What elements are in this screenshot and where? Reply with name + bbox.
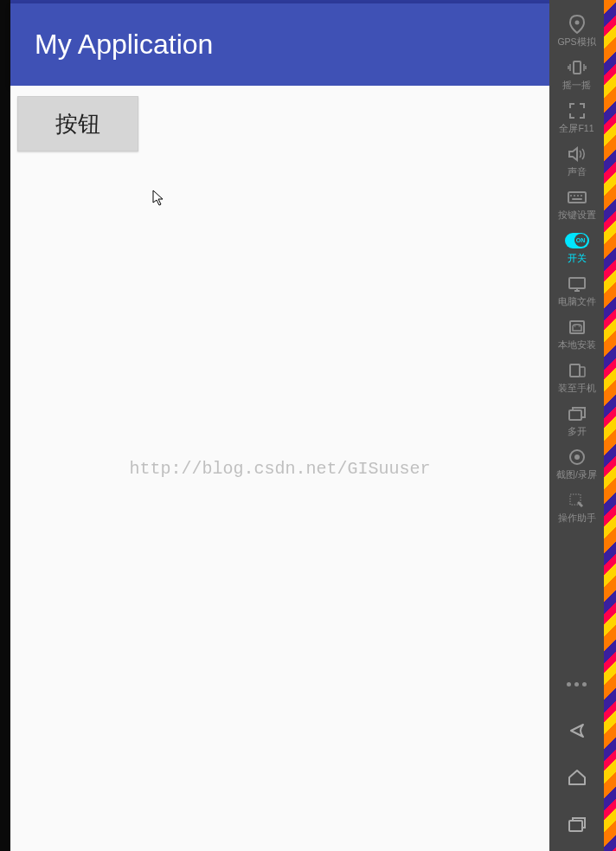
- sidebar-item-label: 多开: [568, 426, 587, 438]
- sidebar-item-tophone[interactable]: 装至手机: [549, 353, 604, 396]
- app-bar: My Application: [10, 3, 549, 86]
- emulator-sidebar: GPS模拟 摇一摇 全屏F11 声音 按键设置 开关 电脑文件: [549, 0, 604, 851]
- sound-icon: [565, 144, 589, 164]
- sidebar-item-pcfile[interactable]: 电脑文件: [549, 267, 604, 310]
- android-recent-button[interactable]: [549, 801, 604, 848]
- sidebar-item-label: 操作助手: [558, 513, 596, 525]
- sidebar-item-label: 装至手机: [558, 383, 596, 395]
- sidebar-item-label: 本地安装: [558, 339, 596, 351]
- sidebar-item-shake[interactable]: 摇一摇: [549, 50, 604, 93]
- emulator-screen: My Application 按钮 http://blog.csdn.net/G…: [10, 0, 549, 851]
- svg-rect-2: [568, 192, 586, 203]
- mouse-cursor-icon: [152, 190, 164, 207]
- sidebar-item-label: 电脑文件: [558, 296, 596, 308]
- sidebar-item-label: GPS模拟: [557, 36, 595, 48]
- svg-rect-9: [569, 410, 581, 420]
- svg-point-0: [574, 21, 579, 25]
- sidebar-item-label: 截图/录屏: [556, 469, 597, 481]
- multi-window-icon: [565, 403, 589, 424]
- left-edge: [0, 0, 10, 851]
- record-icon: [565, 447, 589, 467]
- sidebar-item-sound[interactable]: 声音: [549, 137, 604, 180]
- watermark: http://blog.csdn.net/GISuuser: [129, 459, 430, 479]
- app-title: My Application: [35, 29, 213, 61]
- sidebar-item-label: 开关: [568, 253, 587, 265]
- android-icon: [565, 317, 589, 338]
- more-dots-icon: [567, 682, 587, 687]
- sidebar-item-multi[interactable]: 多开: [549, 396, 604, 440]
- back-icon: [566, 721, 588, 740]
- sidebar-more-button[interactable]: [549, 661, 604, 707]
- sidebar-item-gps[interactable]: GPS模拟: [549, 7, 604, 50]
- keyboard-icon: [565, 187, 589, 208]
- sidebar-item-keymap[interactable]: 按键设置: [549, 180, 604, 223]
- content-area: 按钮 http://blog.csdn.net/GISuuser: [10, 86, 549, 851]
- toggle-on-icon: [565, 230, 589, 251]
- home-icon: [567, 768, 587, 787]
- svg-rect-3: [569, 278, 585, 288]
- sidebar-item-capture[interactable]: 截图/录屏: [549, 440, 604, 483]
- sidebar-item-fullscreen[interactable]: 全屏F11: [549, 93, 604, 137]
- svg-point-11: [574, 455, 580, 460]
- sidebar-item-assist[interactable]: 操作助手: [549, 483, 604, 526]
- sidebar-item-label: 摇一摇: [562, 80, 591, 92]
- monitor-icon: [565, 274, 589, 294]
- sidebar-item-switch[interactable]: 开关: [549, 223, 604, 267]
- android-back-button[interactable]: [549, 707, 604, 754]
- assist-icon: [565, 490, 589, 511]
- fullscreen-icon: [565, 100, 589, 121]
- sidebar-item-label: 按键设置: [558, 210, 596, 222]
- sidebar-item-label: 声音: [568, 166, 587, 178]
- sidebar-item-label: 全屏F11: [559, 123, 594, 135]
- svg-point-5: [574, 326, 575, 327]
- svg-rect-13: [569, 821, 582, 831]
- android-home-button[interactable]: [549, 754, 604, 801]
- main-button[interactable]: 按钮: [17, 96, 138, 152]
- location-pin-icon: [565, 14, 589, 35]
- svg-point-6: [578, 326, 580, 327]
- shake-icon: [565, 57, 589, 78]
- svg-rect-7: [570, 364, 580, 377]
- send-to-phone-icon: [565, 360, 589, 381]
- sidebar-item-localinstall[interactable]: 本地安装: [549, 310, 604, 353]
- right-edge-stripe: [604, 0, 616, 851]
- svg-rect-1: [574, 61, 581, 74]
- recent-apps-icon: [567, 815, 587, 834]
